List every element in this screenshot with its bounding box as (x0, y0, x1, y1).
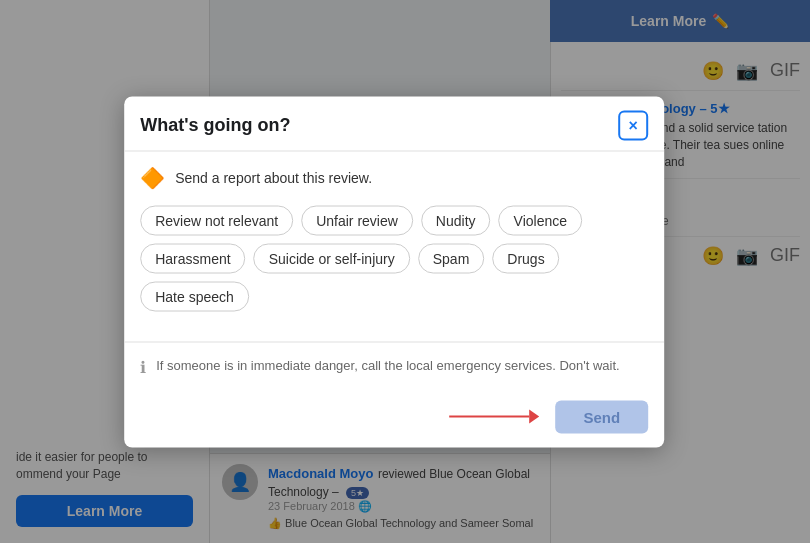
orange-info-icon: 🔶 (140, 165, 165, 189)
modal-info-row: 🔶 Send a report about this review. (140, 165, 648, 189)
footer-note-text: If someone is in immediate danger, call … (156, 356, 619, 374)
option-chip-unfair-review[interactable]: Unfair review (301, 205, 413, 235)
option-chip-harassment[interactable]: Harassment (140, 243, 245, 273)
modal-body: 🔶 Send a report about this review. Revie… (124, 151, 664, 341)
arrow-head (530, 410, 540, 424)
option-chip-suicide-or-self-injury[interactable]: Suicide or self-injury (254, 243, 410, 273)
arrow-line (450, 416, 530, 418)
option-chip-violence[interactable]: Violence (499, 205, 582, 235)
modal-footer-note: ℹ If someone is in immediate danger, cal… (124, 341, 664, 390)
modal-close-button[interactable]: × (618, 110, 648, 140)
footer-info-icon: ℹ (140, 357, 146, 376)
option-chip-nudity[interactable]: Nudity (421, 205, 491, 235)
report-modal: What's going on? × 🔶 Send a report about… (124, 96, 664, 447)
option-chip-hate-speech[interactable]: Hate speech (140, 281, 249, 311)
option-chip-review-not-relevant[interactable]: Review not relevant (140, 205, 293, 235)
modal-action-row: Send (124, 390, 664, 447)
report-options-grid: Review not relevantUnfair reviewNudityVi… (140, 205, 648, 311)
modal-header: What's going on? × (124, 96, 664, 151)
option-chip-spam[interactable]: Spam (418, 243, 485, 273)
send-button[interactable]: Send (556, 400, 649, 433)
arrow-indicator (450, 410, 540, 424)
modal-title: What's going on? (140, 115, 290, 136)
modal-info-text: Send a report about this review. (175, 169, 372, 185)
option-chip-drugs[interactable]: Drugs (492, 243, 559, 273)
